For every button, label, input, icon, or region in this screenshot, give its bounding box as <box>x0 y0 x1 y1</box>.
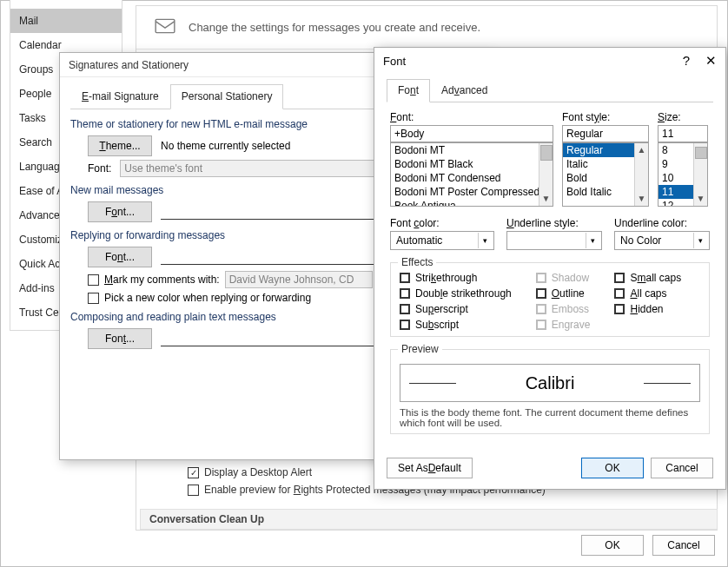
category-mail[interactable]: Mail <box>10 9 122 33</box>
font-list-item[interactable]: Bodoni MT Poster Compressed <box>391 185 553 199</box>
font-list-scrollbar[interactable]: ▲▼ <box>539 143 553 206</box>
font-list-item[interactable]: Bodoni MT Black <box>391 157 553 171</box>
mark-comments-checkbox[interactable] <box>88 274 99 286</box>
options-ok-button[interactable]: OK <box>581 535 644 556</box>
plain-font-button[interactable]: Font... <box>88 328 152 349</box>
close-icon[interactable]: ✕ <box>705 53 717 69</box>
effect-all-caps[interactable]: All caps <box>614 287 681 300</box>
tab-email-signature[interactable]: E-mail Signature <box>70 84 170 109</box>
help-icon[interactable]: ? <box>683 53 690 69</box>
effect-outline[interactable]: Outline <box>536 287 591 300</box>
effect-superscript[interactable]: Superscript <box>400 303 512 315</box>
mark-comments-input[interactable] <box>225 271 373 288</box>
effect-emboss: Emboss <box>536 303 591 315</box>
effects-group: Effects Strikethrough Double strikethrou… <box>390 262 710 337</box>
font-list-item[interactable]: Bodoni MT <box>391 143 553 157</box>
effect-engrave: Engrave <box>536 319 591 331</box>
size-list-scrollbar[interactable]: ▲▼ <box>693 143 707 206</box>
font-style-label: Font style: <box>562 111 649 123</box>
effect-shadow: Shadow <box>536 272 591 284</box>
font-style-list[interactable]: Regular Italic Bold Bold Italic ▲▼ <box>562 142 649 207</box>
preview-box: Calibri <box>400 364 700 402</box>
font-title-bar: Font ? ✕ <box>374 48 725 74</box>
options-buttons: OK Cancel <box>581 535 715 556</box>
mark-comments-label: Mark my comments with: <box>104 274 220 286</box>
font-color-label: Font color: <box>390 217 494 229</box>
chevron-down-icon: ▾ <box>478 233 492 248</box>
chevron-down-icon: ▾ <box>693 233 707 248</box>
reply-sample <box>161 249 378 265</box>
font-name-input[interactable] <box>390 125 553 142</box>
tab-personal-stationery[interactable]: Personal Stationery <box>170 84 284 109</box>
set-as-default-button[interactable]: Set As Default <box>387 458 473 478</box>
effect-hidden[interactable]: Hidden <box>614 303 681 315</box>
effect-double-strikethrough[interactable]: Double strikethrough <box>400 287 512 300</box>
font-label: Font: <box>390 111 553 123</box>
new-mail-sample <box>161 204 378 220</box>
font-ok-button[interactable]: OK <box>581 458 644 478</box>
font-color-dropdown[interactable]: Automatic▾ <box>390 231 494 250</box>
preview-sample-text: Calibri <box>465 373 636 393</box>
effect-small-caps[interactable]: Small caps <box>614 272 681 284</box>
reply-font-button[interactable]: Font... <box>88 247 152 267</box>
font-list[interactable]: Bodoni MT Bodoni MT Black Bodoni MT Cond… <box>390 142 553 207</box>
pick-color-label: Pick a new color when replying or forwar… <box>104 292 311 304</box>
chevron-down-icon: ▾ <box>586 233 599 248</box>
font-dialog: Font ? ✕ Font Advanced Font: Bodoni MT B… <box>374 47 726 490</box>
underline-style-label: Underline style: <box>506 217 602 229</box>
options-cancel-button[interactable]: Cancel <box>652 535 715 556</box>
plain-sample <box>161 331 378 346</box>
conversation-cleanup-header: Conversation Clean Up <box>140 509 718 530</box>
underline-color-dropdown[interactable]: No Color▾ <box>614 231 710 250</box>
preview-note: This is the body theme font. The current… <box>400 407 700 428</box>
font-list-item[interactable]: Book Antiqua <box>391 199 553 207</box>
desktop-alert-label: Display a Desktop Alert <box>204 466 312 478</box>
svg-rect-0 <box>156 19 175 32</box>
font-tabs: Font Advanced <box>387 79 713 102</box>
theme-button[interactable]: Theme... <box>88 135 152 156</box>
font-size-label: Size: <box>658 111 708 123</box>
underline-style-dropdown[interactable]: ▾ <box>506 231 602 250</box>
category-general[interactable]: General <box>10 0 122 9</box>
pick-color-checkbox[interactable] <box>88 293 99 304</box>
preview-legend: Preview <box>398 343 442 355</box>
font-size-list[interactable]: 8 9 10 11 12 ▲▼ <box>658 142 708 207</box>
envelope-icon <box>154 15 189 40</box>
options-header: Change the settings for messages you cre… <box>136 6 717 49</box>
effect-subscript[interactable]: Subscript <box>400 319 512 331</box>
font-cancel-button[interactable]: Cancel <box>651 458 713 478</box>
font-list-item[interactable]: Bodoni MT Condensed <box>391 171 553 185</box>
new-mail-font-button[interactable]: Font... <box>88 201 152 222</box>
no-theme-text: No theme currently selected <box>161 140 290 152</box>
preview-group: Preview Calibri This is the body theme f… <box>390 349 710 434</box>
theme-font-label: Font: <box>88 162 111 175</box>
effects-legend: Effects <box>398 256 436 268</box>
font-size-input[interactable] <box>658 125 708 142</box>
underline-color-label: Underline color: <box>614 217 710 229</box>
options-header-text: Change the settings for messages you cre… <box>189 21 480 34</box>
font-tab-advanced[interactable]: Advanced <box>430 79 499 102</box>
font-dialog-title: Font <box>383 55 406 68</box>
font-tab-font[interactable]: Font <box>387 79 430 102</box>
style-list-scrollbar[interactable]: ▲▼ <box>634 143 648 206</box>
effect-strikethrough[interactable]: Strikethrough <box>400 272 512 284</box>
font-style-input[interactable] <box>562 125 649 142</box>
